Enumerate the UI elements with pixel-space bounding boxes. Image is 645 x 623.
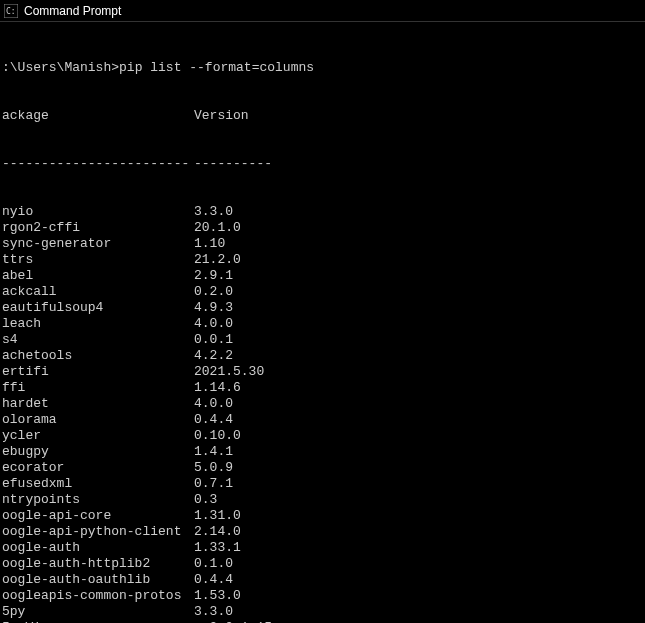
- package-name: nyio: [2, 204, 194, 220]
- package-version: 4.2.2: [194, 348, 233, 364]
- table-row: ntrypoints0.3: [2, 492, 643, 508]
- package-name: achetools: [2, 348, 194, 364]
- package-name: ttrs: [2, 252, 194, 268]
- separator-package: ------------------------: [2, 156, 194, 172]
- package-version: 0.7.1: [194, 476, 233, 492]
- window-titlebar[interactable]: C: Command Prompt: [0, 0, 645, 22]
- table-row: olorama0.4.4: [2, 412, 643, 428]
- package-name: sync-generator: [2, 236, 194, 252]
- package-name: 5py: [2, 604, 194, 620]
- package-version: 0.4.4: [194, 572, 233, 588]
- package-name: ntrypoints: [2, 492, 194, 508]
- package-version: 4.0.0: [194, 316, 233, 332]
- package-version: 2.9.1: [194, 268, 233, 284]
- table-row: oogle-api-python-client2.14.0: [2, 524, 643, 540]
- package-name: efusedxml: [2, 476, 194, 492]
- table-row: nyio3.3.0: [2, 204, 643, 220]
- package-version: 3.3.0: [194, 204, 233, 220]
- package-version: 5.0.9: [194, 460, 233, 476]
- package-version: 0.2.0: [194, 284, 233, 300]
- package-name: leach: [2, 316, 194, 332]
- separator-version: ----------: [194, 156, 272, 172]
- package-name: ecorator: [2, 460, 194, 476]
- package-name: s4: [2, 332, 194, 348]
- table-row: abel2.9.1: [2, 268, 643, 284]
- package-name: oogle-auth-oauthlib: [2, 572, 194, 588]
- package-version: 1.31.0: [194, 508, 241, 524]
- package-name: hardet: [2, 396, 194, 412]
- package-version: 0.4.4: [194, 412, 233, 428]
- table-row: ecorator5.0.9: [2, 460, 643, 476]
- table-row: oogle-auth-oauthlib0.4.4: [2, 572, 643, 588]
- package-version: 0.10.0: [194, 428, 241, 444]
- package-version: 2021.5.30: [194, 364, 264, 380]
- table-row: oogleapis-common-protos1.53.0: [2, 588, 643, 604]
- table-row: ackcall0.2.0: [2, 284, 643, 300]
- table-row: ebugpy1.4.1: [2, 444, 643, 460]
- package-version: 0.0.1: [194, 332, 233, 348]
- table-row: ycler0.10.0: [2, 428, 643, 444]
- package-name: oogleapis-common-protos: [2, 588, 194, 604]
- table-row: oogle-auth1.33.1: [2, 540, 643, 556]
- terminal-output[interactable]: :\Users\Manish>pip list --format=columns…: [0, 22, 645, 623]
- table-row: ffi1.14.6: [2, 380, 643, 396]
- table-row: 5py3.3.0: [2, 604, 643, 620]
- package-name: ebugpy: [2, 444, 194, 460]
- package-version: 1.4.1: [194, 444, 233, 460]
- package-version: 1.53.0: [194, 588, 241, 604]
- header-version: Version: [194, 108, 249, 124]
- package-version: 1.33.1: [194, 540, 241, 556]
- table-row: efusedxml0.7.1: [2, 476, 643, 492]
- package-version: 0.3: [194, 492, 217, 508]
- prompt-path: :\Users\Manish>: [2, 60, 119, 76]
- package-version: 1.10: [194, 236, 225, 252]
- package-name: abel: [2, 268, 194, 284]
- cmd-icon: C:: [4, 4, 18, 18]
- table-row: eautifulsoup44.9.3: [2, 300, 643, 316]
- package-version: 0.1.0: [194, 556, 233, 572]
- package-name: oogle-api-python-client: [2, 524, 194, 540]
- window-title: Command Prompt: [24, 4, 121, 18]
- svg-text:C:: C:: [6, 7, 16, 16]
- package-name: oogle-auth: [2, 540, 194, 556]
- package-version: 20.1.0: [194, 220, 241, 236]
- package-version: 3.3.0: [194, 604, 233, 620]
- table-row: s40.0.1: [2, 332, 643, 348]
- package-version: 4.0.0: [194, 396, 233, 412]
- package-name: ycler: [2, 428, 194, 444]
- package-name: oogle-auth-httplib2: [2, 556, 194, 572]
- package-name: rgon2-cffi: [2, 220, 194, 236]
- table-row: ttrs21.2.0: [2, 252, 643, 268]
- table-row: ertifi2021.5.30: [2, 364, 643, 380]
- table-row: hardet4.0.0: [2, 396, 643, 412]
- table-row: leach4.0.0: [2, 316, 643, 332]
- package-name: oogle-api-core: [2, 508, 194, 524]
- separator-row: ----------------------------------: [2, 156, 643, 172]
- package-name: ffi: [2, 380, 194, 396]
- header-package: ackage: [2, 108, 194, 124]
- package-version: 4.9.3: [194, 300, 233, 316]
- table-row: achetools4.2.2: [2, 348, 643, 364]
- header-row: ackageVersion: [2, 108, 643, 124]
- package-name: eautifulsoup4: [2, 300, 194, 316]
- prompt-line: :\Users\Manish>pip list --format=columns: [2, 60, 643, 76]
- table-row: sync-generator1.10: [2, 236, 643, 252]
- table-row: oogle-api-core1.31.0: [2, 508, 643, 524]
- package-version: 1.14.6: [194, 380, 241, 396]
- package-version: 2.14.0: [194, 524, 241, 540]
- package-version: 21.2.0: [194, 252, 241, 268]
- prompt-command: pip list --format=columns: [119, 60, 314, 76]
- package-name: ackcall: [2, 284, 194, 300]
- table-row: rgon2-cffi20.1.0: [2, 220, 643, 236]
- package-list: nyio3.3.0rgon2-cffi20.1.0sync-generator1…: [2, 204, 643, 623]
- package-name: ertifi: [2, 364, 194, 380]
- table-row: oogle-auth-httplib20.1.0: [2, 556, 643, 572]
- package-name: olorama: [2, 412, 194, 428]
